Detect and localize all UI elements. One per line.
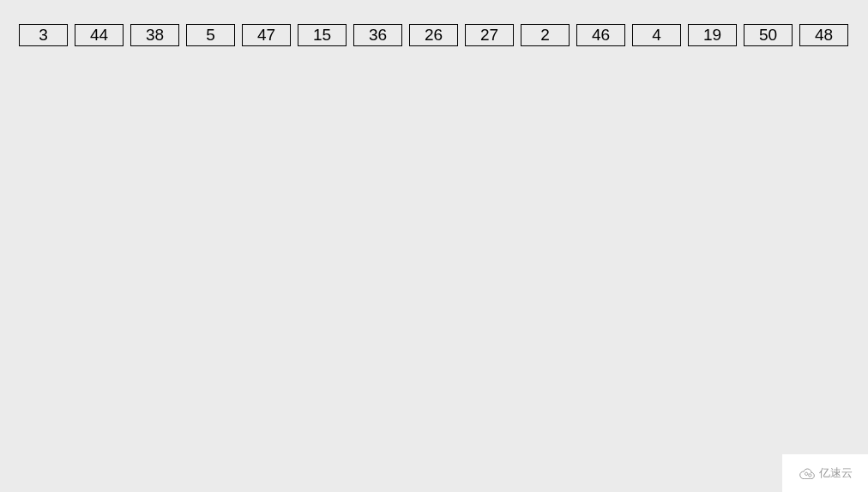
- number-box: 36: [353, 24, 402, 46]
- number-value: 5: [206, 26, 215, 45]
- number-box: 47: [242, 24, 291, 46]
- number-value: 26: [425, 26, 443, 45]
- number-box: 38: [130, 24, 179, 46]
- number-value: 2: [540, 26, 550, 45]
- number-value: 3: [39, 26, 48, 45]
- number-value: 4: [652, 26, 661, 45]
- number-box: 44: [75, 24, 124, 46]
- number-value: 38: [146, 26, 164, 45]
- number-box: 3: [19, 24, 68, 46]
- number-value: 47: [257, 26, 275, 45]
- number-value: 36: [369, 26, 387, 45]
- number-box: 27: [465, 24, 514, 46]
- number-row: 3 44 38 5 47 15 36 26 27 2 46 4 19 50 48: [0, 0, 868, 46]
- watermark: 亿速云: [782, 454, 868, 492]
- number-value: 46: [592, 26, 610, 45]
- number-box: 5: [186, 24, 235, 46]
- number-box: 2: [521, 24, 570, 46]
- watermark-text: 亿速云: [819, 465, 853, 481]
- number-box: 26: [409, 24, 458, 46]
- number-box: 15: [298, 24, 347, 46]
- number-box: 50: [744, 24, 793, 46]
- number-value: 44: [90, 26, 108, 45]
- number-box: 48: [799, 24, 848, 46]
- number-value: 48: [815, 26, 833, 45]
- number-value: 19: [703, 26, 721, 45]
- number-value: 27: [480, 26, 498, 45]
- cloud-icon: [799, 467, 816, 479]
- number-box: 19: [688, 24, 737, 46]
- number-value: 50: [759, 26, 777, 45]
- number-box: 4: [632, 24, 681, 46]
- number-value: 15: [313, 26, 331, 45]
- number-box: 46: [576, 24, 625, 46]
